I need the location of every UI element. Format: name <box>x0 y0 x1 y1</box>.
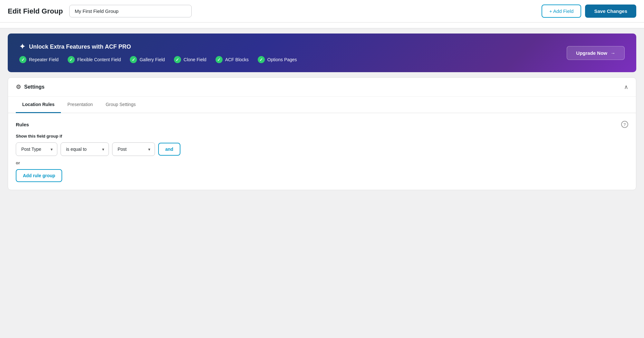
add-field-button[interactable]: + Add Field <box>542 5 581 18</box>
post-type-select-wrapper: Post Type Page Type User Taxonomy ▾ <box>16 142 57 156</box>
tab-group-settings[interactable]: Group Settings <box>99 97 142 113</box>
promo-features-list: ✓ Repeater Field ✓ Flexible Content Fiel… <box>19 56 297 63</box>
promo-feature-6: ✓ Options Pages <box>258 56 297 63</box>
promo-feature-3: ✓ Gallery Field <box>130 56 165 63</box>
feature-label-1: Repeater Field <box>29 57 59 62</box>
tab-location-rules[interactable]: Location Rules <box>16 97 61 113</box>
promo-title: ✦ Unlock Extra Features with ACF PRO <box>19 43 297 51</box>
show-if-label: Show this field group if <box>16 134 628 139</box>
add-field-label: + Add Field <box>549 8 573 14</box>
collapse-icon[interactable]: ∧ <box>624 83 628 91</box>
upgrade-now-button[interactable]: Upgrade Now → <box>567 46 625 60</box>
feature-label-2: Flexible Content Field <box>77 57 121 62</box>
rules-label-text: Rules <box>16 122 29 127</box>
post-type-select[interactable]: Post Type Page Type User Taxonomy <box>16 142 57 156</box>
promo-feature-1: ✓ Repeater Field <box>19 56 59 63</box>
save-changes-button[interactable]: Save Changes <box>585 5 636 18</box>
rules-section-header: Rules ? <box>16 121 628 128</box>
promo-content: ✦ Unlock Extra Features with ACF PRO ✓ R… <box>19 43 297 63</box>
or-label: or <box>16 160 628 165</box>
feature-label-6: Options Pages <box>267 57 297 62</box>
save-changes-label: Save Changes <box>594 8 627 14</box>
feature-label-3: Gallery Field <box>139 57 165 62</box>
check-icon-2: ✓ <box>68 56 75 63</box>
header-actions: + Add Field Save Changes <box>542 5 636 18</box>
check-icon-3: ✓ <box>130 56 137 63</box>
help-icon[interactable]: ? <box>621 121 628 128</box>
settings-title-label: Settings <box>24 84 44 90</box>
feature-label-5: ACF Blocks <box>225 57 249 62</box>
rule-row-1: Post Type Page Type User Taxonomy ▾ is e… <box>16 142 628 156</box>
settings-title-group: ⚙ Settings <box>16 83 44 91</box>
add-rule-group-label: Add rule group <box>23 173 55 178</box>
check-icon-1: ✓ <box>19 56 26 63</box>
check-icon-4: ✓ <box>174 56 181 63</box>
settings-header: ⚙ Settings ∧ <box>8 78 636 97</box>
and-button[interactable]: and <box>158 143 180 156</box>
top-strip <box>0 23 644 28</box>
promo-feature-2: ✓ Flexible Content Field <box>68 56 121 63</box>
value-select-wrapper: Post Page Attachment ▾ <box>112 142 155 156</box>
settings-tabs: Location Rules Presentation Group Settin… <box>8 97 636 113</box>
add-rule-group-button[interactable]: Add rule group <box>16 169 62 182</box>
upgrade-arrow: → <box>610 50 615 56</box>
page-title: Edit Field Group <box>8 7 63 15</box>
upgrade-label: Upgrade Now <box>576 50 607 56</box>
check-icon-6: ✓ <box>258 56 265 63</box>
operator-select-wrapper: is equal to is not equal to ▾ <box>61 142 109 156</box>
field-group-name-input[interactable] <box>69 5 192 17</box>
value-select[interactable]: Post Page Attachment <box>112 142 155 156</box>
feature-label-4: Clone Field <box>184 57 207 62</box>
star-icon: ✦ <box>19 43 25 51</box>
promo-feature-4: ✓ Clone Field <box>174 56 207 63</box>
promo-banner: ✦ Unlock Extra Features with ACF PRO ✓ R… <box>8 34 636 72</box>
gear-icon: ⚙ <box>16 83 21 91</box>
rules-content: Rules ? Show this field group if Post Ty… <box>8 113 636 190</box>
page-header: Edit Field Group + Add Field Save Change… <box>0 0 644 23</box>
settings-section: ⚙ Settings ∧ Location Rules Presentation… <box>8 77 636 190</box>
check-icon-5: ✓ <box>216 56 223 63</box>
tab-presentation[interactable]: Presentation <box>61 97 99 113</box>
operator-select[interactable]: is equal to is not equal to <box>61 142 109 156</box>
and-label: and <box>165 147 173 152</box>
promo-feature-5: ✓ ACF Blocks <box>216 56 249 63</box>
